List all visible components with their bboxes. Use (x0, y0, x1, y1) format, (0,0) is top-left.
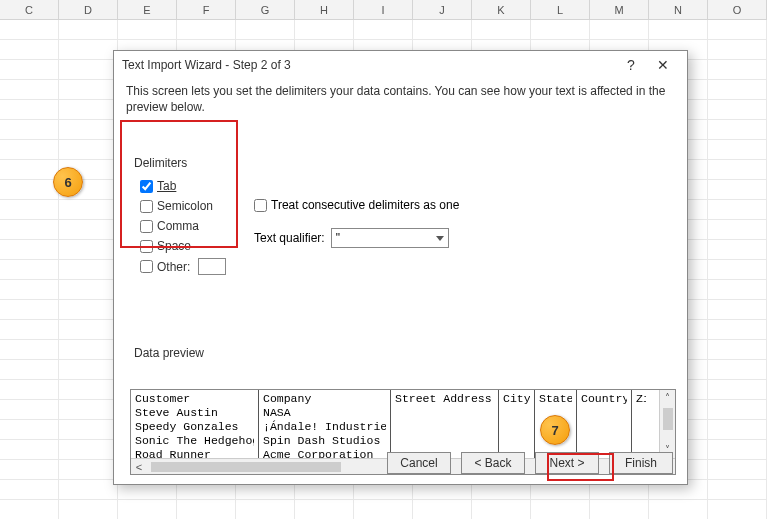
data-preview-label: Data preview (134, 346, 204, 360)
help-button[interactable]: ? (615, 57, 647, 73)
callout-6: 6 (53, 167, 83, 197)
tab-checkbox[interactable] (140, 180, 153, 193)
preview-cell: Speedy Gonzales (135, 420, 254, 434)
col-header: L (531, 0, 590, 19)
preview-header: Zi (636, 392, 646, 406)
delimiter-comma[interactable]: Comma (140, 218, 230, 234)
preview-header: State (539, 392, 572, 406)
col-header: N (649, 0, 708, 19)
delimiter-space[interactable]: Space (140, 238, 230, 254)
other-checkbox[interactable] (140, 260, 153, 273)
text-qualifier-row: Text qualifier: " (254, 228, 449, 248)
dialog-footer: Cancel < Back Next > Finish (114, 442, 687, 484)
delimiter-semicolon[interactable]: Semicolon (140, 198, 230, 214)
col-header: H (295, 0, 354, 19)
dialog-title: Text Import Wizard - Step 2 of 3 (122, 58, 615, 72)
preview-header: Company (263, 392, 386, 406)
preview-header: Street Address (395, 392, 494, 406)
col-header: G (236, 0, 295, 19)
col-header: C (0, 0, 59, 19)
other-input[interactable] (198, 258, 226, 275)
preview-cell (636, 406, 646, 420)
comma-checkbox[interactable] (140, 220, 153, 233)
preview-cell (636, 420, 646, 434)
col-header: D (59, 0, 118, 19)
preview-cell (395, 420, 494, 434)
back-button[interactable]: < Back (461, 452, 525, 474)
preview-cell: ¡Ándale! Industries (263, 420, 386, 434)
treat-consecutive-checkbox[interactable] (254, 199, 267, 212)
close-button[interactable]: ✕ (647, 57, 679, 73)
semicolon-checkbox[interactable] (140, 200, 153, 213)
preview-header: Country (581, 392, 627, 406)
tab-label: Tab (157, 178, 176, 194)
space-label: Space (157, 238, 191, 254)
qualifier-label: Text qualifier: (254, 231, 325, 245)
preview-cell (581, 406, 627, 420)
comma-label: Comma (157, 218, 199, 234)
preview-cell (395, 406, 494, 420)
text-import-wizard-dialog: Text Import Wizard - Step 2 of 3 ? ✕ Thi… (113, 50, 688, 485)
preview-cell: NASA (263, 406, 386, 420)
chevron-down-icon (436, 236, 444, 241)
treat-consecutive-row[interactable]: Treat consecutive delimiters as one (254, 198, 459, 212)
qualifier-select[interactable]: " (331, 228, 449, 248)
preview-cell (503, 420, 530, 434)
delimiter-other[interactable]: Other: (140, 258, 230, 275)
finish-button[interactable]: Finish (609, 452, 673, 474)
preview-cell (581, 420, 627, 434)
column-headers: C D E F G H I J K L M N O (0, 0, 767, 20)
scroll-thumb[interactable] (663, 408, 673, 430)
col-header: K (472, 0, 531, 19)
next-button[interactable]: Next > (535, 452, 599, 474)
dialog-description: This screen lets you set the delimiters … (114, 79, 687, 125)
col-header: O (708, 0, 767, 19)
preview-header: Customer (135, 392, 254, 406)
delimiter-options: Tab Semicolon Comma Space Other: (134, 166, 238, 287)
qualifier-value: " (336, 231, 340, 245)
col-header: J (413, 0, 472, 19)
preview-cell: Steve Austin (135, 406, 254, 420)
col-header: F (177, 0, 236, 19)
col-header: I (354, 0, 413, 19)
space-checkbox[interactable] (140, 240, 153, 253)
preview-cell (503, 406, 530, 420)
preview-header: City (503, 392, 530, 406)
callout-7: 7 (540, 415, 570, 445)
col-header: E (118, 0, 177, 19)
scroll-up-icon[interactable]: ˄ (660, 390, 675, 406)
col-header: M (590, 0, 649, 19)
semicolon-label: Semicolon (157, 198, 213, 214)
titlebar: Text Import Wizard - Step 2 of 3 ? ✕ (114, 51, 687, 79)
other-label: Other: (157, 259, 190, 275)
cancel-button[interactable]: Cancel (387, 452, 451, 474)
treat-consecutive-label: Treat consecutive delimiters as one (271, 198, 459, 212)
delimiter-tab[interactable]: Tab (140, 178, 230, 194)
